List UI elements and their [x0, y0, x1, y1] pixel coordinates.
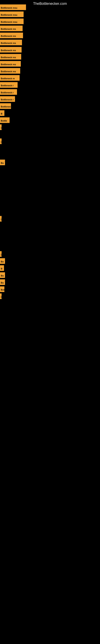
- bar-item: Bottleneck res: [0, 68, 20, 74]
- bar-item: Bottleneck res: [0, 32, 23, 38]
- bar-label: |: [0, 124, 1, 130]
- bar-label: Bottleneck res: [0, 61, 21, 66]
- bar-label: Bottleneck: [0, 103, 11, 109]
- bar-item: Bottleneck resu: [0, 18, 24, 24]
- bar-item: B: [0, 110, 4, 116]
- bar-item: Bottleneck r: [0, 96, 15, 102]
- bar-item: Bottleneck re: [0, 75, 20, 81]
- bar-item: |: [0, 138, 1, 144]
- bar-item: B: [0, 265, 4, 271]
- bar-item: Bottleneck res: [0, 26, 23, 31]
- bar-label: Bottleneck resu: [0, 12, 24, 17]
- bar-label: |: [0, 138, 1, 144]
- bar-label: |: [0, 294, 1, 299]
- bar-item: Bottle: [0, 117, 10, 123]
- bar-label: Bottleneck re: [0, 75, 20, 81]
- bar-item: Bottleneck resu: [0, 4, 26, 10]
- bar-label: Bo: [0, 272, 5, 278]
- bar-label: Bot: [0, 286, 4, 292]
- bar-item: Bottleneck r: [0, 82, 18, 88]
- bar-label: Bottle: [0, 117, 10, 123]
- bar-item: |: [0, 251, 1, 257]
- bar-item: Bo: [0, 279, 5, 285]
- bar-label: Bottleneck res: [0, 26, 23, 31]
- bar-label: Bottleneck r: [0, 89, 17, 95]
- bar-label: Bottleneck resu: [0, 4, 26, 10]
- bar-label: Bottleneck res: [0, 40, 22, 45]
- bar-label: Bo: [0, 279, 5, 285]
- bar-item: Bottleneck res: [0, 54, 21, 60]
- bar-label: Bo: [0, 258, 5, 264]
- bar-label: Bottleneck r: [0, 82, 18, 88]
- bar-label: Bottleneck r: [0, 96, 15, 102]
- bar-item: Bottleneck res: [0, 47, 22, 52]
- bar-label: |: [0, 216, 1, 222]
- bar-item: |: [0, 216, 1, 222]
- bar-item: Bottleneck: [0, 103, 11, 109]
- bar-item: Bottleneck res: [0, 61, 21, 66]
- bar-label: Bo: [0, 160, 5, 165]
- bar-label: B: [0, 110, 4, 116]
- bar-item: Bottleneck res: [0, 40, 22, 45]
- bar-item: Bo: [0, 258, 5, 264]
- bar-item: Bo: [0, 160, 5, 165]
- bar-label: Bottleneck res: [0, 47, 22, 52]
- bar-item: |: [0, 294, 1, 299]
- bar-label: Bottleneck res: [0, 68, 20, 74]
- bar-item: |: [0, 124, 1, 130]
- bar-label: |: [0, 251, 1, 257]
- bar-label: Bottleneck resu: [0, 18, 24, 24]
- bar-item: Bottleneck r: [0, 89, 17, 95]
- bar-item: Bo: [0, 272, 5, 278]
- bar-label: Bottleneck res: [0, 32, 23, 38]
- bar-item: Bot: [0, 286, 4, 292]
- bar-label: B: [0, 265, 4, 271]
- bar-label: Bottleneck res: [0, 54, 21, 60]
- bar-item: Bottleneck resu: [0, 12, 24, 17]
